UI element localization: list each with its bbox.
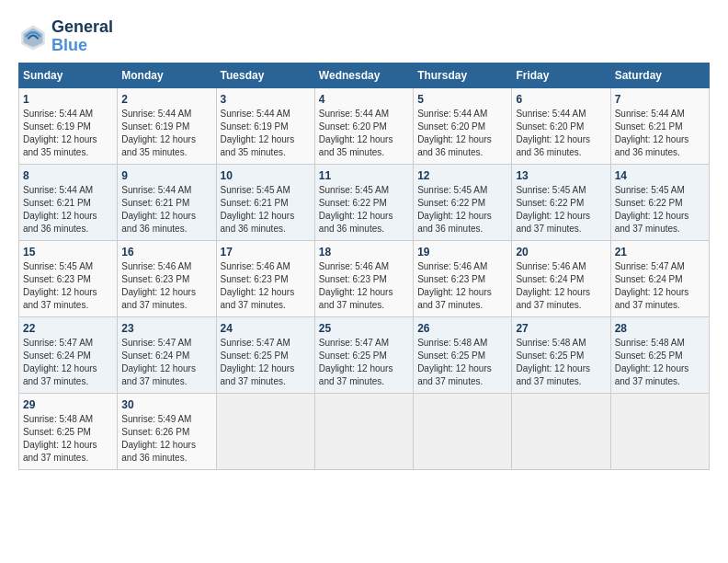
calendar-cell: 18Sunrise: 5:46 AM Sunset: 6:23 PM Dayli…: [314, 240, 413, 316]
day-info: Sunrise: 5:47 AM Sunset: 6:25 PM Dayligh…: [221, 337, 311, 388]
day-number: 18: [319, 246, 409, 259]
day-info: Sunrise: 5:44 AM Sunset: 6:20 PM Dayligh…: [516, 108, 606, 159]
calendar-cell: 8Sunrise: 5:44 AM Sunset: 6:21 PM Daylig…: [19, 164, 118, 240]
day-number: 3: [221, 93, 311, 106]
day-info: Sunrise: 5:46 AM Sunset: 6:23 PM Dayligh…: [417, 260, 507, 312]
day-info: Sunrise: 5:48 AM Sunset: 6:25 PM Dayligh…: [516, 337, 606, 388]
page-header: General Blue: [18, 18, 710, 55]
day-number: 22: [23, 322, 113, 335]
day-number: 29: [23, 398, 113, 411]
calendar-cell: 12Sunrise: 5:45 AM Sunset: 6:22 PM Dayli…: [414, 164, 512, 240]
day-info: Sunrise: 5:44 AM Sunset: 6:19 PM Dayligh…: [221, 108, 311, 159]
calendar-cell: 25Sunrise: 5:47 AM Sunset: 6:25 PM Dayli…: [314, 316, 413, 393]
calendar-cell: 17Sunrise: 5:46 AM Sunset: 6:23 PM Dayli…: [216, 240, 314, 316]
day-number: 13: [516, 169, 606, 182]
day-number: 26: [417, 322, 507, 335]
day-info: Sunrise: 5:44 AM Sunset: 6:21 PM Dayligh…: [23, 184, 113, 236]
day-info: Sunrise: 5:46 AM Sunset: 6:23 PM Dayligh…: [319, 260, 409, 312]
calendar-cell: 6Sunrise: 5:44 AM Sunset: 6:20 PM Daylig…: [512, 87, 610, 164]
calendar-cell: 5Sunrise: 5:44 AM Sunset: 6:20 PM Daylig…: [414, 87, 512, 164]
calendar-cell: 22Sunrise: 5:47 AM Sunset: 6:24 PM Dayli…: [19, 316, 118, 393]
day-number: 8: [23, 169, 113, 182]
day-number: 28: [615, 322, 705, 335]
day-info: Sunrise: 5:47 AM Sunset: 6:24 PM Dayligh…: [615, 260, 705, 312]
day-info: Sunrise: 5:44 AM Sunset: 6:20 PM Dayligh…: [319, 108, 409, 159]
calendar-cell: 1Sunrise: 5:44 AM Sunset: 6:19 PM Daylig…: [19, 87, 118, 164]
day-info: Sunrise: 5:44 AM Sunset: 6:19 PM Dayligh…: [121, 108, 211, 159]
day-info: Sunrise: 5:44 AM Sunset: 6:20 PM Dayligh…: [417, 108, 507, 159]
day-number: 4: [319, 93, 409, 106]
day-info: Sunrise: 5:44 AM Sunset: 6:21 PM Dayligh…: [121, 184, 211, 236]
day-number: 20: [516, 246, 606, 259]
day-number: 17: [221, 246, 311, 259]
calendar-cell: 11Sunrise: 5:45 AM Sunset: 6:22 PM Dayli…: [314, 164, 413, 240]
day-number: 16: [121, 246, 211, 259]
day-info: Sunrise: 5:47 AM Sunset: 6:24 PM Dayligh…: [121, 337, 211, 388]
calendar-cell: 27Sunrise: 5:48 AM Sunset: 6:25 PM Dayli…: [512, 316, 610, 393]
day-number: 30: [121, 398, 211, 411]
day-number: 25: [319, 322, 409, 335]
day-info: Sunrise: 5:47 AM Sunset: 6:24 PM Dayligh…: [23, 337, 113, 388]
calendar-cell: 9Sunrise: 5:44 AM Sunset: 6:21 PM Daylig…: [118, 164, 216, 240]
day-number: 5: [417, 93, 507, 106]
day-info: Sunrise: 5:45 AM Sunset: 6:21 PM Dayligh…: [221, 184, 311, 236]
day-number: 10: [221, 169, 311, 182]
day-number: 12: [417, 169, 507, 182]
calendar-cell: 16Sunrise: 5:46 AM Sunset: 6:23 PM Dayli…: [118, 240, 216, 316]
day-number: 19: [417, 246, 507, 259]
day-number: 14: [615, 169, 705, 182]
day-number: 1: [23, 93, 113, 106]
calendar-header-saturday: Saturday: [610, 63, 709, 87]
day-info: Sunrise: 5:45 AM Sunset: 6:22 PM Dayligh…: [516, 184, 606, 236]
calendar-cell: 2Sunrise: 5:44 AM Sunset: 6:19 PM Daylig…: [118, 87, 216, 164]
calendar-cell: 24Sunrise: 5:47 AM Sunset: 6:25 PM Dayli…: [216, 316, 314, 393]
calendar-header-tuesday: Tuesday: [216, 63, 314, 87]
day-info: Sunrise: 5:45 AM Sunset: 6:22 PM Dayligh…: [319, 184, 409, 236]
day-info: Sunrise: 5:48 AM Sunset: 6:25 PM Dayligh…: [23, 413, 113, 465]
calendar-body: 1Sunrise: 5:44 AM Sunset: 6:19 PM Daylig…: [19, 87, 710, 469]
logo: General Blue: [18, 18, 113, 55]
calendar-cell: [216, 393, 314, 469]
calendar-cell: 15Sunrise: 5:45 AM Sunset: 6:23 PM Dayli…: [19, 240, 118, 316]
calendar-cell: 13Sunrise: 5:45 AM Sunset: 6:22 PM Dayli…: [512, 164, 610, 240]
calendar-cell: 23Sunrise: 5:47 AM Sunset: 6:24 PM Dayli…: [118, 316, 216, 393]
calendar-header-friday: Friday: [512, 63, 610, 87]
calendar-header-monday: Monday: [118, 63, 216, 87]
logo-text: General Blue: [51, 18, 113, 55]
day-info: Sunrise: 5:47 AM Sunset: 6:25 PM Dayligh…: [319, 337, 409, 388]
calendar-cell: 14Sunrise: 5:45 AM Sunset: 6:22 PM Dayli…: [610, 164, 709, 240]
calendar-week-4: 22Sunrise: 5:47 AM Sunset: 6:24 PM Dayli…: [19, 316, 710, 393]
calendar-cell: 28Sunrise: 5:48 AM Sunset: 6:25 PM Dayli…: [610, 316, 709, 393]
day-info: Sunrise: 5:45 AM Sunset: 6:22 PM Dayligh…: [615, 184, 705, 236]
calendar-cell: 3Sunrise: 5:44 AM Sunset: 6:19 PM Daylig…: [216, 87, 314, 164]
calendar-cell: 10Sunrise: 5:45 AM Sunset: 6:21 PM Dayli…: [216, 164, 314, 240]
day-number: 7: [615, 93, 705, 106]
calendar-cell: 29Sunrise: 5:48 AM Sunset: 6:25 PM Dayli…: [19, 393, 118, 469]
calendar-week-2: 8Sunrise: 5:44 AM Sunset: 6:21 PM Daylig…: [19, 164, 710, 240]
day-number: 27: [516, 322, 606, 335]
day-info: Sunrise: 5:44 AM Sunset: 6:21 PM Dayligh…: [615, 108, 705, 159]
day-number: 24: [221, 322, 311, 335]
calendar-header-sunday: Sunday: [19, 63, 118, 87]
calendar-cell: 26Sunrise: 5:48 AM Sunset: 6:25 PM Dayli…: [414, 316, 512, 393]
day-info: Sunrise: 5:48 AM Sunset: 6:25 PM Dayligh…: [615, 337, 705, 388]
calendar-week-1: 1Sunrise: 5:44 AM Sunset: 6:19 PM Daylig…: [19, 87, 710, 164]
calendar-cell: [314, 393, 413, 469]
calendar-cell: 19Sunrise: 5:46 AM Sunset: 6:23 PM Dayli…: [414, 240, 512, 316]
day-number: 11: [319, 169, 409, 182]
day-info: Sunrise: 5:45 AM Sunset: 6:22 PM Dayligh…: [417, 184, 507, 236]
calendar-cell: 20Sunrise: 5:46 AM Sunset: 6:24 PM Dayli…: [512, 240, 610, 316]
day-info: Sunrise: 5:46 AM Sunset: 6:23 PM Dayligh…: [221, 260, 311, 312]
day-number: 15: [23, 246, 113, 259]
calendar-cell: 21Sunrise: 5:47 AM Sunset: 6:24 PM Dayli…: [610, 240, 709, 316]
day-info: Sunrise: 5:44 AM Sunset: 6:19 PM Dayligh…: [23, 108, 113, 159]
calendar-cell: [512, 393, 610, 469]
calendar-header-wednesday: Wednesday: [314, 63, 413, 87]
day-info: Sunrise: 5:49 AM Sunset: 6:26 PM Dayligh…: [121, 413, 211, 465]
day-info: Sunrise: 5:48 AM Sunset: 6:25 PM Dayligh…: [417, 337, 507, 388]
calendar-cell: 4Sunrise: 5:44 AM Sunset: 6:20 PM Daylig…: [314, 87, 413, 164]
day-number: 6: [516, 93, 606, 106]
day-info: Sunrise: 5:46 AM Sunset: 6:23 PM Dayligh…: [121, 260, 211, 312]
calendar-cell: 30Sunrise: 5:49 AM Sunset: 6:26 PM Dayli…: [118, 393, 216, 469]
calendar-header-thursday: Thursday: [414, 63, 512, 87]
